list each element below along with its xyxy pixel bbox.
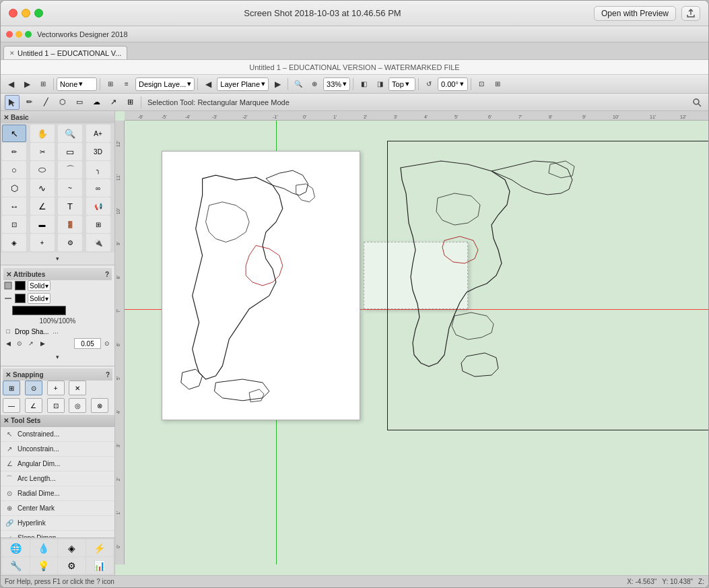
tool-plug[interactable]: 🔌 [86, 234, 110, 251]
resource-button[interactable]: ⊞ [36, 77, 50, 92]
snap-edge-btn[interactable]: — [3, 398, 20, 413]
tool-rect[interactable]: ▭ [58, 143, 82, 160]
snap-point-btn[interactable]: ⊙ [25, 381, 42, 395]
tool-sets-close[interactable]: ✕ [3, 417, 9, 424]
bottom-btn-6[interactable]: 💡 [30, 557, 58, 574]
tool-arc[interactable]: ⌒ [58, 161, 82, 178]
tool-wall[interactable]: ▬ [30, 216, 55, 233]
tool-window[interactable]: ⊞ [86, 216, 110, 233]
tool-dim[interactable]: ↔ [2, 197, 26, 215]
fill-color-swatch[interactable] [15, 281, 26, 290]
snap-grid-btn[interactable]: ⊞ [3, 381, 20, 395]
line-tool-btn[interactable]: ╱ [38, 95, 53, 110]
tools-more-btn[interactable]: ▾ [48, 254, 68, 263]
layers-button[interactable]: ⊞ [103, 77, 118, 92]
tool-set-item-7[interactable]: ⟋ Slope Dimen... [1, 531, 114, 537]
document-tab[interactable]: ✕ Untitled 1 – EDUCATIONAL V... [3, 46, 127, 59]
search-tool-btn[interactable] [689, 95, 704, 110]
attr-panel-header[interactable]: ✕ Attributes ? [3, 268, 112, 280]
line-type-dropdown[interactable]: Solid ▾ [28, 293, 50, 304]
tool-zoom-tool[interactable]: 🔍 [58, 125, 82, 142]
drop-shadow-config-btn[interactable]: … [51, 327, 61, 336]
nav-forward-button[interactable]: ▶ [20, 77, 34, 92]
snap-align-btn[interactable]: ⊡ [47, 398, 65, 413]
bottom-btn-3[interactable]: ◈ [58, 540, 86, 556]
bottom-btn-5[interactable]: 🔧 [2, 557, 30, 574]
tool-attr[interactable]: A+ [86, 125, 110, 142]
render-button[interactable]: ◨ [372, 77, 387, 92]
attr-more-btn[interactable]: ▾ [48, 352, 68, 362]
tool-pan[interactable]: ✋ [30, 125, 55, 142]
none-dropdown[interactable]: None ▾ [57, 77, 97, 91]
tool-curve[interactable]: ~ [58, 179, 82, 197]
maximize-button[interactable] [34, 9, 43, 18]
snap-panel-header[interactable]: ✕ Snapping ? [3, 368, 112, 381]
zoom-dropdown[interactable]: 33% ▾ [323, 77, 350, 91]
tool-angle-dim[interactable]: ∠ [30, 197, 55, 215]
angle-dropdown[interactable]: 0.00° ▾ [438, 77, 468, 91]
snap-midpoint-btn[interactable]: + [47, 381, 65, 395]
tool-symbol[interactable]: ⚙ [58, 234, 82, 251]
tool-set-item-4[interactable]: ⊙ Radial Dime... [1, 486, 114, 501]
nav-back-button[interactable]: ◀ [3, 77, 18, 92]
line-color-swatch[interactable] [15, 294, 26, 303]
fill-type-dropdown[interactable]: Solid ▾ [28, 280, 50, 291]
poly-tool-btn[interactable]: ⬡ [55, 95, 70, 110]
tool-set-item-3[interactable]: ⌒ Arc Length... [1, 471, 114, 486]
rotate-button[interactable]: ↺ [421, 77, 436, 92]
tool-text[interactable]: T [58, 197, 82, 215]
tool-clip[interactable]: ✂ [30, 143, 55, 160]
tool-set-item-5[interactable]: ⊕ Center Mark [1, 501, 114, 516]
tool-locus[interactable]: + [30, 234, 55, 251]
snap-close-icon[interactable]: ✕ [5, 371, 11, 379]
zoom-in-button[interactable]: ⊕ [307, 77, 322, 92]
attr-close-icon[interactable]: ✕ [6, 271, 11, 278]
arrow-tool-btn[interactable]: ↗ [106, 95, 121, 110]
basic-panel-close[interactable]: ✕ [3, 114, 9, 121]
tool-set-item-6[interactable]: 🔗 Hyperlink [1, 516, 114, 531]
tool-render[interactable]: ◈ [2, 234, 26, 251]
attr-help-icon[interactable]: ? [105, 271, 109, 278]
tool-set-item-0[interactable]: ↖ Constrained... [1, 427, 114, 442]
tool-circle[interactable]: ○ [2, 161, 26, 178]
canvas-area[interactable]: -6' -5' -4' -3' -2' -1' 0' 1' 2' 3' 4' 5… [115, 111, 708, 575]
layer-plane-dropdown[interactable]: Layer Plane ▾ [217, 77, 269, 91]
bottom-btn-7[interactable]: ⚙ [58, 557, 86, 574]
tool-sets-header[interactable]: ✕ Tool Sets [1, 415, 114, 427]
tool-fillet[interactable]: ╮ [86, 161, 110, 178]
view-options-button[interactable]: ◧ [356, 77, 371, 92]
share-button[interactable] [681, 6, 700, 21]
snap-help-icon[interactable]: ? [106, 371, 110, 379]
minimize-button[interactable] [22, 9, 30, 18]
tool-set-item-1[interactable]: ↗ Unconstrain... [1, 442, 114, 457]
tab-close-icon[interactable]: ✕ [9, 50, 15, 57]
tool-ellipse[interactable]: ⬭ [30, 161, 55, 178]
value-dec-btn[interactable]: ◀ [3, 339, 13, 348]
attr-value-stepper[interactable]: ⊙ [102, 339, 112, 348]
top-dropdown[interactable]: Top ▾ [389, 77, 415, 91]
bottom-btn-1[interactable]: 🌐 [2, 540, 30, 556]
pencil-tool-btn[interactable]: ✏ [22, 95, 36, 110]
tool-floor[interactable]: ⊡ [2, 216, 26, 233]
value-unlink-btn[interactable]: ↗ [26, 339, 36, 348]
app-min[interactable] [15, 31, 22, 38]
tool-callout[interactable]: 📢 [86, 197, 110, 215]
app-max[interactable] [25, 31, 32, 38]
tool-nurbs[interactable]: ∞ [86, 179, 110, 197]
design-layer-dropdown[interactable]: Design Laye... ▾ [135, 77, 195, 91]
grid-tool-btn[interactable]: ⊞ [123, 95, 137, 110]
color-bar[interactable] [12, 306, 66, 315]
app-close[interactable] [6, 31, 13, 38]
bottom-btn-4[interactable]: ⚡ [86, 540, 114, 556]
cloud-tool-btn[interactable]: ☁ [89, 95, 104, 110]
snap-none-btn[interactable]: ✕ [69, 381, 86, 395]
extra-view-btn2[interactable]: ⊞ [490, 77, 505, 92]
attr-value-input[interactable]: 0.05 [74, 338, 101, 349]
open-preview-button[interactable]: Open with Preview [594, 6, 676, 21]
tool-set-item-2[interactable]: ∠ Angular Dim... [1, 457, 114, 471]
tool-poly[interactable]: ⬡ [2, 179, 26, 197]
bottom-btn-8[interactable]: 📊 [86, 557, 114, 574]
select-tool-btn[interactable] [5, 95, 20, 110]
value-link-btn[interactable]: ⊙ [15, 339, 24, 348]
bottom-btn-2[interactable]: 💧 [30, 540, 58, 556]
